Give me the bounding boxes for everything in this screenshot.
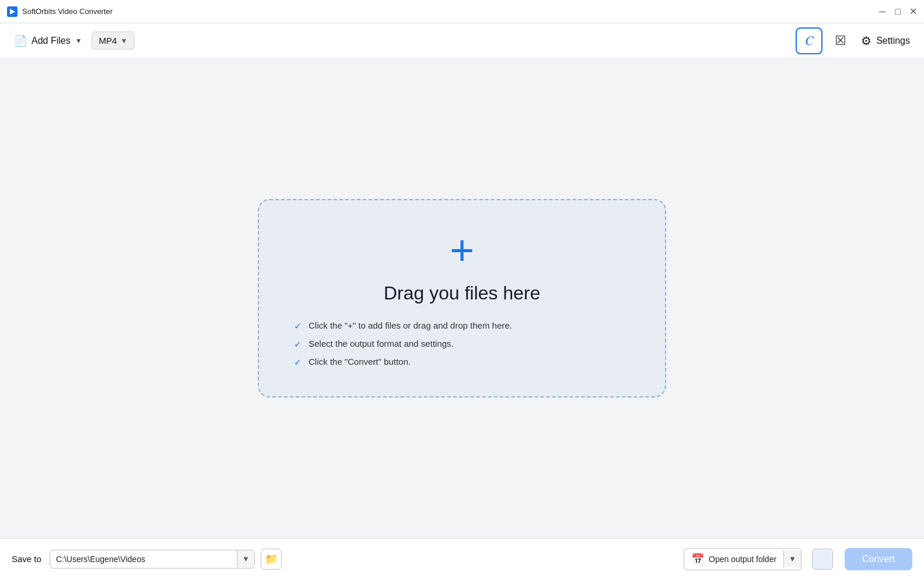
hint-text-3: Click the "Convert" button.: [309, 357, 411, 367]
grid-view-button[interactable]: ⁤: [812, 549, 833, 570]
convert-label: Convert: [862, 554, 895, 564]
add-files-chevron-icon: ▼: [75, 37, 82, 45]
open-output-wrapper: 📅 Open output folder ▼: [684, 548, 802, 570]
save-path-chevron-icon: ▼: [242, 554, 250, 563]
settings-button[interactable]: ⚙ Settings: [859, 30, 912, 51]
settings-label: Settings: [876, 36, 910, 46]
app-title: SoftOrbits Video Converter: [22, 7, 878, 16]
drop-plus-icon: +: [450, 229, 474, 271]
calendar-icon: 📅: [691, 553, 704, 566]
folder-browse-button[interactable]: 📁: [261, 549, 282, 570]
app-logo: [7, 6, 18, 17]
drop-title: Drag you files here: [384, 282, 541, 304]
open-output-dropdown[interactable]: ▼: [783, 550, 801, 567]
save-to-label: Save to: [12, 554, 41, 564]
folder-icon: 📁: [265, 553, 278, 566]
save-path-dropdown[interactable]: ▼: [237, 550, 254, 567]
convert-button[interactable]: Convert: [845, 548, 912, 570]
toolbar: 📄 Add Files ▼ MP4 ▼ 𝐶 ☒ ⚙ Settings: [0, 23, 924, 58]
save-path-wrapper: ▼: [50, 550, 255, 568]
open-output-button[interactable]: 📅 Open output folder: [684, 549, 783, 570]
hint-text-1: Click the "+" to add files or drag and d…: [309, 320, 512, 330]
add-files-button[interactable]: 📄 Add Files ▼: [12, 31, 85, 51]
titlebar: SoftOrbits Video Converter ─ □ ✕: [0, 0, 924, 23]
drop-hint-1: ✓ Click the "+" to add files or drag and…: [294, 320, 630, 332]
window-controls: ─ □ ✕: [878, 8, 917, 16]
hint-check-icon-3: ✓: [294, 357, 302, 368]
file-icon: 📄: [14, 34, 27, 47]
drop-hint-2: ✓ Select the output format and settings.: [294, 339, 630, 350]
open-output-label: Open output folder: [709, 554, 776, 564]
hint-check-icon-1: ✓: [294, 321, 302, 332]
checkmark-icon: ☒: [835, 33, 846, 48]
convert-icon-button[interactable]: 𝐶: [796, 27, 822, 54]
checkmark-button[interactable]: ☒: [830, 30, 852, 52]
format-dropdown[interactable]: MP4 ▼: [92, 32, 135, 50]
format-label: MP4: [99, 36, 117, 46]
add-files-label: Add Files: [32, 36, 71, 46]
close-button[interactable]: ✕: [909, 8, 917, 16]
drop-zone[interactable]: + Drag you files here ✓ Click the "+" to…: [258, 199, 666, 397]
maximize-button[interactable]: □: [894, 8, 902, 16]
format-chevron-icon: ▼: [120, 37, 127, 45]
drop-hints: ✓ Click the "+" to add files or drag and…: [294, 320, 630, 368]
footer: Save to ▼ 📁 📅 Open output folder ▼ ⁤ Con…: [0, 538, 924, 579]
gear-icon: ⚙: [861, 34, 872, 48]
hint-check-icon-2: ✓: [294, 339, 302, 350]
drop-hint-3: ✓ Click the "Convert" button.: [294, 357, 630, 368]
hint-text-2: Select the output format and settings.: [309, 339, 453, 348]
save-path-input[interactable]: [50, 550, 237, 568]
open-output-chevron-icon: ▼: [789, 554, 796, 563]
main-content: + Drag you files here ✓ Click the "+" to…: [0, 58, 924, 538]
minimize-button[interactable]: ─: [878, 8, 887, 16]
convert-c-icon: 𝐶: [805, 33, 814, 48]
